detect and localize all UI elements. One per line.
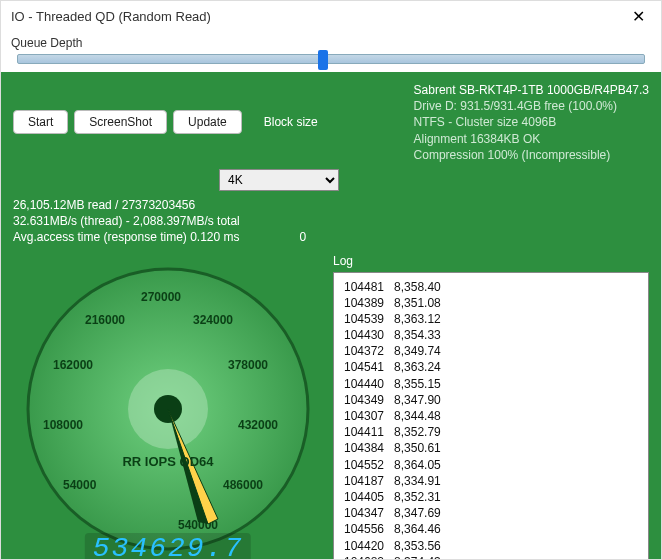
log-box[interactable]: 104481 8,358.40 104389 8,351.08 104539 8… [333,272,649,560]
drive-info: Sabrent SB-RKT4P-1TB 1000GB/R4PB47.3 Dri… [414,82,649,163]
drive-cluster: NTFS - Cluster size 4096B [414,114,649,130]
queue-depth-slider-row [1,52,661,72]
gauge-reading: 534629.7 [85,533,251,560]
log-label: Log [333,254,649,268]
toolbar: Start ScreenShot Update Block size Sabre… [1,72,661,169]
lower-row: 54000 108000 162000 216000 270000 324000… [1,248,661,560]
close-icon[interactable]: ✕ [626,7,651,26]
gauge: 54000 108000 162000 216000 270000 324000… [13,254,323,560]
stats-access: Avg.access time (response time) 0.120 ms… [13,229,649,245]
svg-text:324000: 324000 [193,313,233,327]
drive-alignment: Alignment 16384KB OK [414,131,649,147]
drive-compression: Compression 100% (Incompressible) [414,147,649,163]
svg-text:378000: 378000 [228,358,268,372]
svg-text:108000: 108000 [43,418,83,432]
window-title: IO - Threaded QD (Random Read) [11,9,211,24]
svg-text:162000: 162000 [53,358,93,372]
queue-depth-slider[interactable] [17,54,645,64]
titlebar: IO - Threaded QD (Random Read) ✕ [1,1,661,32]
block-size-row: 4K [1,169,661,195]
log-column: Log 104481 8,358.40 104389 8,351.08 1045… [333,254,649,560]
queue-depth-label: Queue Depth [1,32,661,52]
block-size-select[interactable]: 4K [219,169,339,191]
update-button[interactable]: Update [173,110,242,134]
app-window: IO - Threaded QD (Random Read) ✕ Queue D… [0,0,662,560]
svg-text:270000: 270000 [141,290,181,304]
drive-model: Sabrent SB-RKT4P-1TB 1000GB/R4PB47.3 [414,82,649,98]
stats-speed: 32.631MB/s (thread) - 2,088.397MB/s tota… [13,213,649,229]
content-area: Start ScreenShot Update Block size Sabre… [1,72,661,559]
slider-thumb[interactable] [318,50,328,70]
svg-text:432000: 432000 [238,418,278,432]
drive-free: Drive D: 931.5/931.4GB free (100.0%) [414,98,649,114]
svg-text:216000: 216000 [85,313,125,327]
stats: 26,105.12MB read / 27373203456 32.631MB/… [1,195,661,248]
gauge-title: RR IOPS QD64 [122,454,213,469]
svg-text:486000: 486000 [223,478,263,492]
screenshot-button[interactable]: ScreenShot [74,110,167,134]
start-button[interactable]: Start [13,110,68,134]
stats-read: 26,105.12MB read / 27373203456 [13,197,649,213]
gauge-svg: 54000 108000 162000 216000 270000 324000… [13,254,323,560]
svg-text:54000: 54000 [63,478,97,492]
block-size-label: Block size [264,115,318,129]
